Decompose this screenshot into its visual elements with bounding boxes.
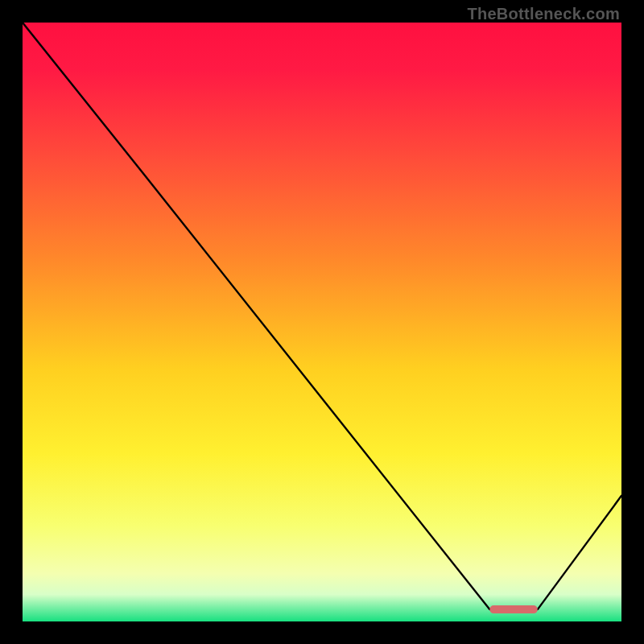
sweet-spot-marker <box>489 605 538 613</box>
chart-frame <box>23 23 621 621</box>
watermark-label: TheBottleneck.com <box>467 5 620 23</box>
bottleneck-chart <box>23 23 621 621</box>
chart-background <box>23 23 621 621</box>
